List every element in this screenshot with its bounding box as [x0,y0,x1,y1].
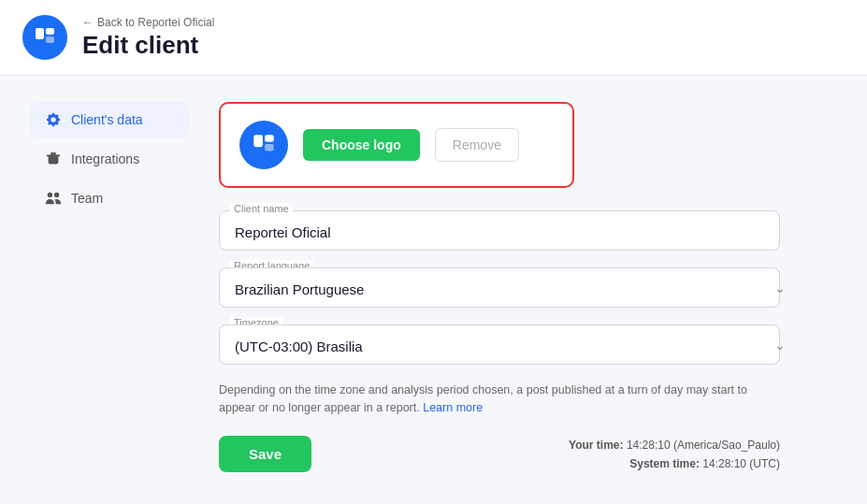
back-link[interactable]: ← Back to Reportei Oficial [82,16,214,29]
client-logo [239,121,288,169]
back-link-label: Back to Reportei Oficial [97,16,214,29]
sidebar: Client's data Integrations Team [30,102,189,473]
header-text: ← Back to Reportei Oficial Edit client [82,16,214,60]
client-name-input[interactable] [219,210,780,251]
system-time-value: 14:28:10 (UTC) [702,457,780,470]
main-content: Client's data Integrations Team [0,76,867,499]
help-text-content: Depending on the time zone and analysis … [219,383,747,414]
gear-icon [45,111,62,128]
report-language-select-wrapper: Brazilian Portuguese English Spanish ⌄ [219,267,799,308]
timezone-field: Timezone (UTC-03:00) Brasilia (UTC+00:00… [219,324,799,365]
content-area: Choose logo Remove Client name Report la… [219,102,799,473]
your-time-label: Your time: [569,439,623,452]
sidebar-item-integrations[interactable]: Integrations [30,141,189,177]
learn-more-link[interactable]: Learn more [423,401,483,414]
your-time: Your time: 14:28:10 (America/Sao_Paulo) [569,436,780,454]
your-time-value: 14:28:10 (America/Sao_Paulo) [627,439,780,452]
svg-rect-4 [265,135,274,142]
time-info: Your time: 14:28:10 (America/Sao_Paulo) … [569,436,780,474]
app-logo [22,15,67,60]
timezone-select-wrapper: (UTC-03:00) Brasilia (UTC+00:00) UTC (UT… [219,324,799,365]
system-time-label: System time: [629,457,700,470]
sidebar-team-label: Team [71,191,103,206]
client-name-label: Client name [230,203,293,214]
back-arrow-icon: ← [82,16,94,29]
help-text: Depending on the time zone and analysis … [219,382,771,417]
sidebar-item-team[interactable]: Team [30,180,189,216]
page-title: Edit client [82,31,214,60]
svg-rect-0 [36,28,44,39]
page-header: ← Back to Reportei Oficial Edit client [0,0,867,76]
team-icon [45,190,62,207]
plug-icon [45,151,62,167]
timezone-select[interactable]: (UTC-03:00) Brasilia (UTC+00:00) UTC (UT… [219,324,780,365]
svg-rect-1 [46,28,54,35]
logo-section: Choose logo Remove [219,102,574,188]
sidebar-item-clients-data[interactable]: Client's data [30,102,189,137]
system-time: System time: 14:28:10 (UTC) [569,454,780,473]
remove-logo-button[interactable]: Remove [435,128,519,162]
save-button[interactable]: Save [219,436,311,472]
report-language-select[interactable]: Brazilian Portuguese English Spanish [219,267,780,308]
sidebar-integrations-label: Integrations [71,151,139,166]
footer-row: Save Your time: 14:28:10 (America/Sao_Pa… [219,436,780,474]
svg-rect-5 [265,144,274,151]
report-language-field: Report language Brazilian Portuguese Eng… [219,267,799,308]
client-name-field: Client name [219,210,799,251]
choose-logo-button[interactable]: Choose logo [303,129,420,161]
svg-rect-2 [46,36,54,43]
sidebar-clients-data-label: Client's data [71,112,143,127]
svg-rect-3 [253,135,263,147]
